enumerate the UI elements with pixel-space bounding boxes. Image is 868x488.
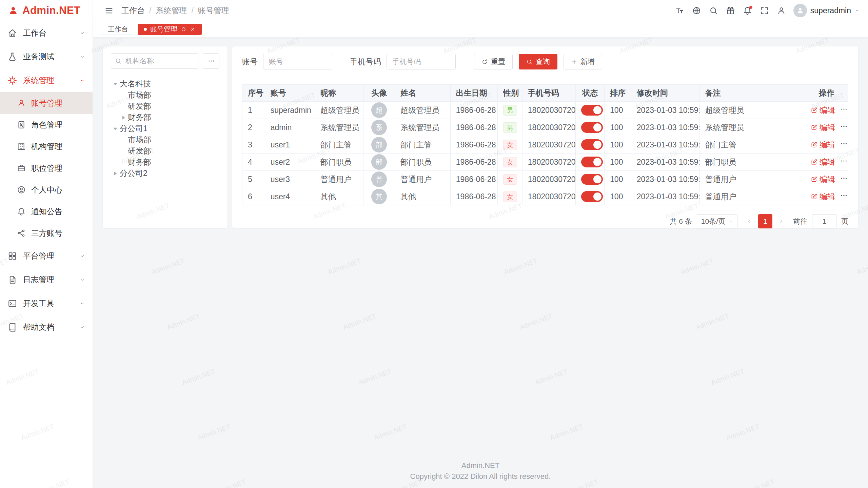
refresh-icon (481, 59, 488, 65)
status-toggle[interactable] (581, 174, 603, 185)
status-toggle[interactable] (581, 122, 603, 133)
breadcrumb-separator: / (149, 6, 151, 15)
font-size-icon[interactable] (672, 3, 688, 18)
caret-down-icon[interactable] (111, 124, 120, 133)
username: superadmin (810, 6, 851, 15)
terminal-icon (7, 299, 17, 308)
goto-page-input[interactable] (812, 214, 836, 228)
sidebar-item-role-management[interactable]: 角色管理 (0, 114, 93, 136)
account-filter-input[interactable] (263, 54, 332, 69)
sidebar-item-help-docs[interactable]: 帮助文档 (0, 315, 93, 339)
column-header: 状态 (576, 85, 605, 102)
sidebar-item-dev-tools[interactable]: 开发工具 (0, 291, 93, 315)
tree-node-label: 研发部 (128, 101, 151, 111)
page-size-value: 10条/页 (701, 217, 725, 226)
sidebar-item-business-test[interactable]: 业务测试 (0, 45, 93, 68)
table-row: 2admin系统管理员系系统管理员1986-06-28男180200307201… (242, 119, 848, 136)
add-label: 新增 (580, 57, 595, 66)
tree-node[interactable]: 大名科技 (111, 78, 219, 89)
status-toggle[interactable] (581, 139, 603, 150)
edit-button[interactable]: 编辑 (811, 140, 835, 150)
status-toggle[interactable] (581, 191, 603, 202)
top-bar: 工作台/系统管理/账号管理 superadmin (93, 0, 868, 21)
caret-right-icon[interactable] (119, 113, 128, 122)
tree-node[interactable]: 分公司2 (111, 168, 219, 179)
sidebar-item-org-management[interactable]: 机构管理 (0, 136, 93, 157)
phone-filter-input[interactable] (387, 54, 456, 69)
edit-button[interactable]: 编辑 (811, 122, 835, 133)
user-icon[interactable] (774, 3, 789, 18)
gear-icon (7, 76, 17, 85)
prev-page-button[interactable] (742, 214, 756, 228)
building-icon (17, 142, 26, 151)
breadcrumb-item[interactable]: 账号管理 (198, 5, 229, 16)
tree-node[interactable]: 研发部 (111, 101, 219, 112)
edit-button[interactable]: 编辑 (811, 191, 835, 202)
edit-button[interactable]: 编辑 (811, 157, 835, 167)
current-page-button[interactable]: 1 (758, 214, 772, 228)
add-button[interactable]: 新增 (564, 54, 602, 69)
search-icon[interactable] (706, 3, 722, 18)
caret-down-icon[interactable] (111, 80, 120, 88)
tab-workbench[interactable]: 工作台 (102, 24, 134, 35)
row-avatar: 普 (371, 171, 387, 187)
close-icon[interactable] (190, 26, 196, 32)
edit-button[interactable]: 编辑 (811, 174, 835, 185)
sidebar-item-workbench[interactable]: 工作台 (0, 21, 93, 45)
bell-icon[interactable] (740, 3, 755, 18)
chevron-down-icon (79, 277, 85, 283)
sidebar-item-system-management[interactable]: 系统管理 (0, 68, 93, 92)
globe-icon[interactable] (689, 3, 705, 18)
sidebar-item-account-management[interactable]: 账号管理 (0, 92, 93, 114)
breadcrumb-item[interactable]: 工作台 (121, 5, 145, 16)
more-actions-icon[interactable] (840, 192, 848, 201)
menu-collapse-icon[interactable] (101, 3, 117, 18)
tree-node[interactable]: 研发部 (111, 145, 219, 157)
reset-label: 重置 (491, 57, 505, 66)
table-row: 3user1部门主管部部门主管1986-06-28女18020030720100… (242, 136, 848, 154)
tree-node[interactable]: 分公司1 (111, 123, 219, 134)
row-avatar: 部 (371, 137, 387, 152)
column-header: 备注 (699, 85, 805, 102)
more-actions-icon[interactable] (840, 140, 848, 149)
org-search-input[interactable] (111, 53, 198, 69)
gift-icon[interactable] (723, 3, 738, 18)
tree-node[interactable]: 财务部 (111, 157, 219, 168)
more-actions-icon[interactable] (840, 175, 848, 184)
status-toggle[interactable] (581, 157, 603, 167)
breadcrumb: 工作台/系统管理/账号管理 (121, 5, 229, 16)
avatar-person-icon (796, 6, 805, 15)
user-menu[interactable]: superadmin (793, 4, 860, 17)
chevron-down-icon (79, 54, 85, 60)
caret-right-icon[interactable] (111, 169, 120, 178)
sidebar-item-personal-center[interactable]: 个人中心 (0, 179, 93, 201)
more-actions-icon[interactable] (840, 105, 848, 115)
sidebar-item-log-management[interactable]: 日志管理 (0, 268, 93, 291)
breadcrumb-item[interactable]: 系统管理 (156, 5, 187, 16)
status-toggle[interactable] (581, 105, 603, 116)
tree-node-label: 财务部 (128, 157, 151, 167)
sidebar-item-third-party-account[interactable]: 三方账号 (0, 222, 93, 244)
fullscreen-icon[interactable] (757, 3, 772, 18)
next-page-button[interactable] (774, 214, 788, 228)
more-actions-icon[interactable] (840, 157, 848, 167)
refresh-icon[interactable] (181, 26, 186, 32)
search-label: 查询 (536, 57, 550, 66)
reset-button[interactable]: 重置 (474, 54, 513, 69)
edit-icon (811, 124, 817, 131)
tab-account-management[interactable]: 账号管理 (138, 24, 202, 35)
more-actions-icon[interactable] (840, 123, 848, 132)
search-button[interactable]: 查询 (519, 54, 557, 69)
tree-node[interactable]: 市场部 (111, 89, 219, 101)
sidebar-item-notice-announcement[interactable]: 通知公告 (0, 201, 93, 222)
edit-button[interactable]: 编辑 (811, 105, 835, 116)
share-icon (17, 229, 26, 238)
logo-text: Admin.NET (22, 4, 81, 17)
tree-more-button[interactable] (203, 53, 219, 69)
tree-node[interactable]: 财务部 (111, 112, 219, 123)
tree-node[interactable]: 市场部 (111, 134, 219, 145)
sidebar-item-platform-management[interactable]: 平台管理 (0, 244, 93, 268)
sidebar-item-position-management[interactable]: 职位管理 (0, 157, 93, 179)
breadcrumb-separator: / (191, 6, 193, 15)
page-size-select[interactable]: 10条/页 (697, 214, 737, 228)
